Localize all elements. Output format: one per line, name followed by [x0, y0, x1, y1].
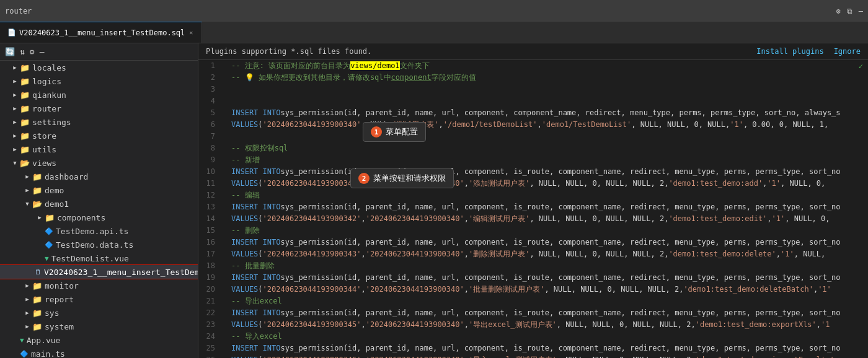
install-plugins-link[interactable]: Install plugins: [756, 47, 823, 56]
code-text: '20240623044193900340': [366, 248, 464, 260]
code-line-22: INSERT INTO sys_permission(id, parent_id…: [231, 307, 868, 319]
code-line-17: VALUES ('20240623044193900343', '2024062…: [231, 248, 868, 260]
sidebar-item-sql-file[interactable]: 🗒 V20240623_1__menu_insert_TestDemo.sql: [0, 265, 198, 279]
sidebar-item-system[interactable]: ▶ 📁 system: [0, 320, 198, 333]
folder-open-icon: 📂: [32, 199, 42, 209]
settings-icon[interactable]: ⚙: [836, 7, 841, 15]
folder-icon: 📁: [20, 63, 30, 72]
sidebar-item-components[interactable]: ▶ 📁 components: [0, 211, 198, 224]
line-num-9: 9: [198, 154, 220, 166]
sidebar-item-settings[interactable]: ▶ 📁 settings: [0, 115, 198, 129]
code-text: ,: [825, 354, 830, 358]
ts-file-icon: 🔷: [45, 241, 53, 249]
line-num-12: 12: [198, 190, 220, 201]
code-line-12: -- 编辑: [231, 190, 868, 201]
code-text: '1': [781, 248, 794, 260]
new-file-icon[interactable]: 🔄: [5, 47, 15, 56]
minimize-icon[interactable]: —: [859, 7, 863, 15]
title-bar: router ⚙ ⧉ —: [0, 0, 868, 22]
sidebar-item-logics[interactable]: ▶ 📁 logics: [0, 74, 198, 88]
code-text: sys_permission(id, parent_id, name, url,…: [280, 307, 840, 319]
folder-label: components: [57, 213, 105, 222]
code-text: '1': [730, 119, 743, 131]
code-text: (: [258, 213, 262, 225]
code-text: '20240623044193900343': [263, 248, 361, 260]
code-text: (: [258, 119, 262, 131]
code-text: INSERT INTO: [231, 107, 280, 119]
code-text: ,: [464, 178, 469, 190]
code-text: 'demo1:test_demo:edit': [668, 213, 767, 225]
code-text: (: [258, 178, 262, 190]
sidebar-item-app-vue[interactable]: ▼ App.vue: [0, 333, 198, 347]
code-text: , NULL, 0,: [785, 213, 830, 225]
code-text: (: [258, 319, 262, 331]
code-text: sys_permission(id, parent_id, name, url,…: [280, 107, 840, 119]
tooltip-text-1: 菜单配置: [386, 126, 418, 138]
ignore-link[interactable]: Ignore: [834, 47, 861, 56]
code-text: '20240623044193900340': [263, 119, 361, 131]
code-text: sys_permission(id, parent_id, name, url,…: [280, 272, 840, 284]
sidebar-item-utils[interactable]: ▶ 📁 utils: [0, 142, 198, 156]
line-num-16: 16: [198, 237, 220, 248]
sidebar-item-router[interactable]: ▶ 📁 router: [0, 102, 198, 115]
folder-label: sys: [45, 308, 59, 318]
collapse-icon[interactable]: ⇅: [20, 47, 25, 56]
code-editor[interactable]: -- 注意: 该页面对应的前台目录为views/demo1文件夹下 ✓ -- 💡…: [226, 60, 868, 358]
code-text: (: [258, 354, 262, 358]
code-text: VALUES: [231, 213, 258, 225]
gear-icon[interactable]: ⚙: [30, 47, 35, 56]
folder-label: demo1: [45, 199, 69, 209]
code-text: ,: [361, 319, 366, 331]
sidebar-item-testdemo-api[interactable]: 🔷 TestDemo.api.ts: [0, 224, 198, 238]
code-text: '20240623044193900340': [366, 319, 464, 331]
code-text: '20240623044193900341': [263, 178, 361, 190]
code-line-18: -- 批量删除: [231, 260, 868, 272]
code-text: ,: [361, 248, 366, 260]
sidebar-item-qiankun[interactable]: ▶ 📁 qiankun: [0, 88, 198, 102]
ts-file-icon: 🔷: [20, 350, 29, 358]
code-text: ,: [361, 213, 366, 225]
line-num-25: 25: [198, 343, 220, 354]
sidebar-item-locales[interactable]: ▶ 📁 locales: [0, 61, 198, 74]
sidebar-item-store[interactable]: ▶ 📁 store: [0, 129, 198, 142]
tab-label: V20240623_1__menu_insert_TestDemo.sql: [19, 28, 185, 37]
code-text: 'demo1:test_demo:importExcel': [696, 354, 826, 358]
file-label: TestDemo.data.ts: [56, 240, 133, 250]
code-text: ,: [763, 178, 767, 190]
tooltip-badge-1: 1: [371, 126, 382, 138]
folder-label: store: [32, 131, 56, 141]
code-text: ,: [776, 248, 781, 260]
code-text: '20240623044193900344': [263, 284, 361, 295]
code-text: -- 编辑: [231, 190, 260, 201]
sidebar-item-monitor[interactable]: ▶ 📁 monitor: [0, 279, 198, 292]
sidebar-item-dashboard[interactable]: ▶ 📁 dashboard: [0, 170, 198, 183]
sidebar-item-sys[interactable]: ▶ 📁 sys: [0, 306, 198, 320]
code-text: , NULL, NULL, 0, NULL, NULL, 2,: [529, 213, 668, 225]
sidebar-item-demo[interactable]: ▶ 📁 demo: [0, 183, 198, 197]
sidebar-item-main-ts[interactable]: 🔷 main.ts: [0, 347, 198, 358]
code-text: sys_permission(id, parent_id, name, url,…: [280, 201, 840, 213]
collapse-arrow: ▶: [22, 310, 32, 316]
sidebar-item-testdemolist-vue[interactable]: ▼ TestDemoList.vue: [0, 251, 198, 265]
minus-icon[interactable]: —: [40, 47, 45, 56]
sidebar-item-demo1[interactable]: ▼ 📂 demo1: [0, 197, 198, 211]
main-layout: 🔄 ⇅ ⚙ — ▶ 📁 locales ▶ 📁 logics ▶ 📁 qiank…: [0, 43, 868, 358]
code-text: VALUES: [231, 178, 258, 190]
code-text: 'demo1/TestDemoList': [542, 119, 632, 131]
folder-label: logics: [32, 77, 61, 86]
file-label: main.ts: [31, 349, 65, 359]
active-tab[interactable]: 📄 V20240623_1__menu_insert_TestDemo.sql …: [0, 22, 202, 43]
code-text: -- 批量删除: [231, 260, 275, 272]
collapse-arrow: ▶: [22, 282, 32, 289]
code-text: VALUES: [231, 284, 258, 295]
tab-close-button[interactable]: ✕: [188, 28, 194, 37]
sidebar-item-report[interactable]: ▶ 📁 report: [0, 292, 198, 306]
sidebar-item-testdemo-data[interactable]: 🔷 TestDemo.data.ts: [0, 238, 198, 251]
code-text: '导出excel_测试用户表': [469, 319, 557, 331]
line-num-15: 15: [198, 225, 220, 237]
code-text: '导入excel_测试用户表': [469, 354, 557, 358]
sidebar-item-views[interactable]: ▼ 📂 views: [0, 156, 198, 170]
split-icon[interactable]: ⧉: [847, 7, 852, 15]
line-num-2: 2: [198, 72, 220, 84]
code-text: '1': [818, 284, 831, 295]
